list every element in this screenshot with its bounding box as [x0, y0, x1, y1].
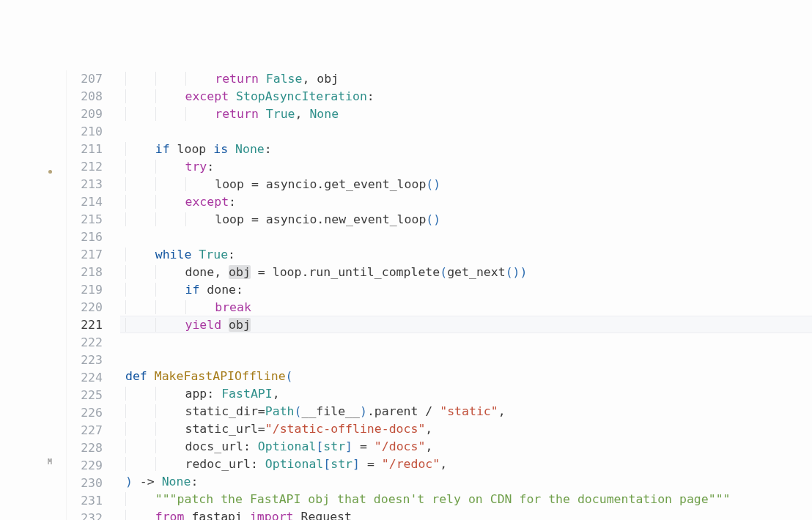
code-line[interactable]: app: FastAPI, — [120, 385, 812, 403]
line-number[interactable]: 221 — [67, 316, 103, 334]
token-guide — [125, 160, 155, 174]
line-number[interactable]: 222 — [67, 334, 103, 352]
code-line[interactable]: """patch the FastAPI obj that doesn't re… — [120, 491, 812, 508]
code-line[interactable]: except StopAsyncIteration: — [120, 88, 812, 105]
code-line[interactable]: if loop is None: — [120, 141, 812, 158]
line-number[interactable]: 215 — [67, 211, 103, 229]
token-guide — [125, 265, 155, 279]
code-line[interactable]: loop = asyncio.new_event_loop() — [120, 211, 812, 229]
code-line[interactable] — [120, 333, 812, 350]
line-number[interactable]: 216 — [67, 229, 103, 246]
token-id: : — [191, 475, 198, 489]
minimap[interactable]: M — [0, 70, 67, 520]
code-line[interactable]: static_dir=Path(__file__).parent / "stat… — [120, 403, 812, 420]
code-line[interactable]: docs_url: Optional[str] = "/docs", — [120, 438, 812, 456]
token-cls: Optional — [258, 439, 316, 453]
line-number-gutter[interactable]: 2072082092102112122132142152162172182192… — [67, 70, 120, 520]
code-line[interactable]: try: — [120, 158, 812, 176]
token-guide — [125, 177, 155, 191]
token-str: "/redoc" — [382, 457, 440, 471]
line-number[interactable]: 220 — [67, 299, 103, 316]
token-guide — [125, 283, 155, 297]
line-number[interactable]: 229 — [67, 457, 103, 475]
line-number[interactable]: 217 — [67, 246, 103, 264]
line-number[interactable]: 219 — [67, 281, 103, 299]
line-number[interactable]: 223 — [67, 352, 103, 369]
line-number[interactable]: 226 — [67, 404, 103, 422]
line-number[interactable]: 227 — [67, 422, 103, 439]
token-cls: None — [309, 107, 339, 121]
minimap-modified-marker: M — [48, 458, 52, 466]
line-number[interactable]: 213 — [67, 176, 103, 193]
code-line[interactable]: while True: — [120, 246, 812, 264]
token-cls: False — [266, 72, 303, 86]
token-doc: """patch the FastAPI obj that doesn't re… — [155, 492, 731, 506]
token-id: : — [228, 248, 235, 261]
token-guide — [155, 212, 185, 226]
line-number[interactable]: 230 — [67, 475, 103, 492]
token-id — [259, 107, 266, 121]
token-par: ()) — [506, 265, 528, 279]
code-line[interactable]: from fastapi import Request — [120, 508, 812, 520]
code-line[interactable] — [120, 123, 812, 141]
line-number[interactable]: 212 — [67, 158, 103, 176]
token-par: ( — [286, 369, 293, 383]
code-line[interactable]: def MakeFastAPIOffline( — [120, 368, 812, 385]
token-kw: def — [125, 369, 147, 383]
token-guide — [155, 177, 185, 191]
token-sel: obj — [229, 318, 251, 332]
token-guide — [125, 387, 155, 401]
line-number[interactable]: 232 — [67, 510, 103, 520]
token-par: ) — [360, 404, 367, 418]
token-cls: Path — [265, 404, 295, 418]
line-number[interactable]: 231 — [67, 492, 103, 510]
line-number[interactable]: 224 — [67, 369, 103, 387]
code-editor[interactable]: M 20720820921021121221321421521621721821… — [0, 70, 812, 520]
token-sel: obj — [229, 265, 251, 279]
token-cls: FastAPI — [221, 387, 273, 401]
line-number[interactable]: 228 — [67, 439, 103, 457]
token-guide — [125, 457, 155, 471]
code-line[interactable] — [120, 350, 812, 368]
line-number[interactable]: 214 — [67, 193, 103, 211]
token-kw: if — [155, 142, 170, 156]
token-id: get_next — [447, 265, 505, 279]
code-line[interactable] — [120, 229, 812, 246]
code-line[interactable]: except: — [120, 193, 812, 211]
token-kw2: return — [215, 72, 259, 86]
token-id: , obj — [302, 72, 339, 86]
code-line[interactable]: static_url="/static-offline-docs", — [120, 420, 812, 438]
line-number[interactable]: 225 — [67, 387, 103, 404]
token-id: done: — [199, 283, 243, 297]
code-line[interactable]: loop = asyncio.get_event_loop() — [120, 176, 812, 193]
token-cls: str — [331, 457, 353, 471]
token-guide — [125, 212, 155, 226]
code-area[interactable]: return False, obj except StopAsyncIterat… — [120, 70, 812, 520]
token-id: = — [353, 439, 374, 453]
token-id: done, — [185, 265, 229, 279]
line-number[interactable]: 210 — [67, 123, 103, 141]
token-guide — [125, 107, 155, 121]
token-id — [259, 72, 266, 86]
token-id — [147, 369, 155, 383]
code-line[interactable]: break — [120, 299, 812, 316]
code-line[interactable]: yield obj — [120, 316, 812, 333]
line-number[interactable]: 207 — [67, 70, 103, 88]
code-line[interactable]: redoc_url: Optional[str] = "/redoc", — [120, 456, 812, 473]
token-id: docs_url: — [185, 439, 258, 453]
code-line[interactable]: if done: — [120, 281, 812, 299]
code-line[interactable]: return True, None — [120, 105, 812, 123]
code-line[interactable]: ) -> None: — [120, 473, 812, 491]
line-number[interactable]: 211 — [67, 141, 103, 158]
line-number[interactable]: 208 — [67, 88, 103, 105]
line-number[interactable]: 218 — [67, 264, 103, 281]
token-guide — [155, 457, 185, 471]
token-guide — [125, 142, 155, 156]
token-par: ( — [440, 265, 447, 279]
token-id — [191, 248, 199, 261]
token-kw: if — [185, 283, 200, 297]
code-line[interactable]: done, obj = loop.run_until_complete(get_… — [120, 264, 812, 281]
token-id: __file__ — [301, 404, 359, 418]
code-line[interactable]: return False, obj — [120, 70, 812, 88]
line-number[interactable]: 209 — [67, 105, 103, 123]
